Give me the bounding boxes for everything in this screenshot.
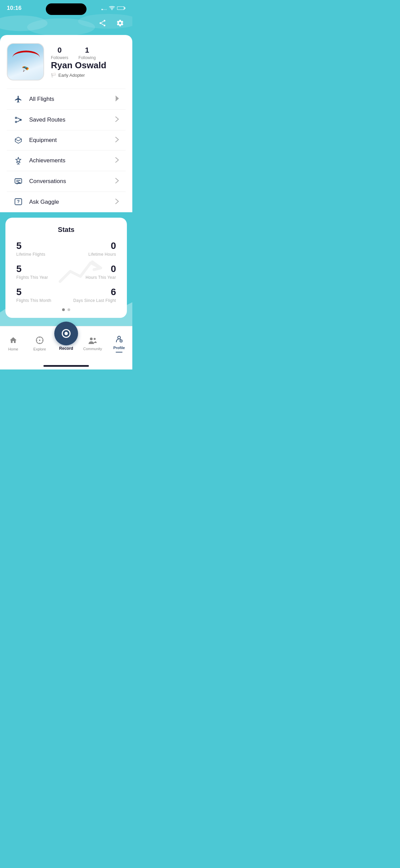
community-label: Community [83,347,102,351]
header-bg [0,12,132,35]
flights-month-value: 5 [16,287,63,297]
record-button[interactable] [54,322,78,345]
svg-point-3 [106,9,107,10]
ask-gaggle-icon: ? [14,198,23,206]
days-since-label: Days Since Last Flight [69,298,116,303]
lifetime-flights-value: 5 [16,240,63,251]
lifetime-flights-cell: 5 Lifetime Flights [14,240,66,257]
menu-left: Saved Routes [14,116,65,124]
svg-point-30 [118,336,120,339]
flights-month-label: Flights This Month [16,298,63,303]
svg-rect-6 [125,7,126,9]
share-button[interactable] [97,18,108,30]
followers-stat: 0 Followers [51,46,68,60]
menu-left: All Flights [14,95,54,103]
nav-profile[interactable]: Profile [106,335,132,352]
wifi-icon [109,6,115,11]
community-icon [88,337,97,345]
status-time: 10:16 [7,5,21,12]
achievements-label: Achievements [29,157,65,164]
svg-point-27 [39,340,40,341]
nav-home[interactable]: Home [0,336,26,351]
menu-left: Achievements [14,157,65,165]
profile-info: Ryan Oswald 🏳️ Early Adopter [51,60,126,78]
svg-line-15 [101,23,104,25]
svg-line-14 [101,21,104,22]
followers-label: Followers [51,55,68,60]
settings-button[interactable] [115,18,126,30]
nav-record-container: Record [53,322,79,351]
all-flights-label: All Flights [29,96,54,103]
flights-icon [14,95,23,103]
profile-icon [115,335,123,344]
hours-year-cell: 0 Hours This Year [66,264,119,280]
flights-year-label: Flights This Year [16,275,63,280]
profile-top: 🪂 0 Followers 1 Following Ryan Oswald 🏳️… [7,43,126,80]
flights-month-cell: 5 Flights This Month [14,287,66,303]
notch [46,3,87,15]
stats-card: Stats 5 Lifetime Flights 0 Lifetime Hour… [5,218,127,318]
lifetime-hours-cell: 0 Lifetime Hours [66,240,119,257]
achievements-icon [14,157,23,165]
menu-list: All Flights Saved Routes [7,89,126,212]
equipment-label: Equipment [29,137,57,144]
svg-point-1 [103,9,104,10]
days-since-cell: 6 Days Since Last Flight [66,287,119,303]
home-indicator [0,365,132,369]
equipment-icon [14,137,23,144]
status-icons [101,6,126,11]
chevron-right-icon [115,178,119,185]
menu-item-equipment[interactable]: Equipment [7,130,126,150]
dot-2 [68,308,70,311]
menu-item-saved-routes[interactable]: Saved Routes [7,109,126,130]
chevron-right-icon [115,96,119,103]
following-stat: 1 Following [78,46,96,60]
battery-icon [117,6,126,10]
menu-left: Equipment [14,137,57,144]
explore-label: Explore [33,347,46,351]
svg-point-13 [104,25,106,26]
status-bar: 10:16 [0,0,132,12]
person-figure: 🪂 [22,66,29,73]
profile-label: Profile [113,346,125,350]
svg-text:?: ? [17,199,20,204]
stats-title: Stats [14,226,119,234]
lifetime-hours-label: Lifetime Hours [69,252,116,257]
home-bar [43,365,89,367]
nav-community[interactable]: Community [79,337,106,351]
svg-point-12 [100,22,101,24]
nav-explore[interactable]: Explore [26,336,53,351]
avatar: 🪂 [7,43,44,80]
explore-icon [36,336,44,346]
menu-left: Conversations [14,177,66,185]
days-since-value: 6 [69,287,116,297]
menu-item-conversations[interactable]: Conversations [7,171,126,192]
dot-1 [62,308,65,311]
lifetime-hours-value: 0 [69,240,116,251]
hours-year-label: Hours This Year [69,275,116,280]
ask-gaggle-label: Ask Gaggle [29,199,59,205]
svg-point-29 [94,338,96,340]
home-icon [9,336,17,346]
header-actions [7,14,126,35]
saved-routes-label: Saved Routes [29,116,65,123]
home-label: Home [8,347,18,351]
conversations-label: Conversations [29,178,66,185]
svg-point-4 [112,9,113,10]
svg-point-2 [104,9,106,10]
profile-name: Ryan Oswald [51,60,126,71]
menu-item-all-flights[interactable]: All Flights [7,89,126,109]
svg-point-0 [101,9,103,10]
record-btn-dot [64,332,68,335]
menu-item-achievements[interactable]: Achievements [7,150,126,171]
chevron-right-icon [115,137,119,144]
flights-year-cell: 5 Flights This Year [14,264,66,280]
profile-badge: 🏳️ Early Adopter [51,73,126,78]
record-label: Record [59,346,73,351]
menu-item-ask-gaggle[interactable]: ? Ask Gaggle [7,192,126,212]
svg-point-28 [90,338,93,340]
flights-year-value: 5 [16,264,63,274]
svg-rect-7 [117,7,124,10]
page-dots [14,308,119,311]
hours-year-value: 0 [69,264,116,274]
